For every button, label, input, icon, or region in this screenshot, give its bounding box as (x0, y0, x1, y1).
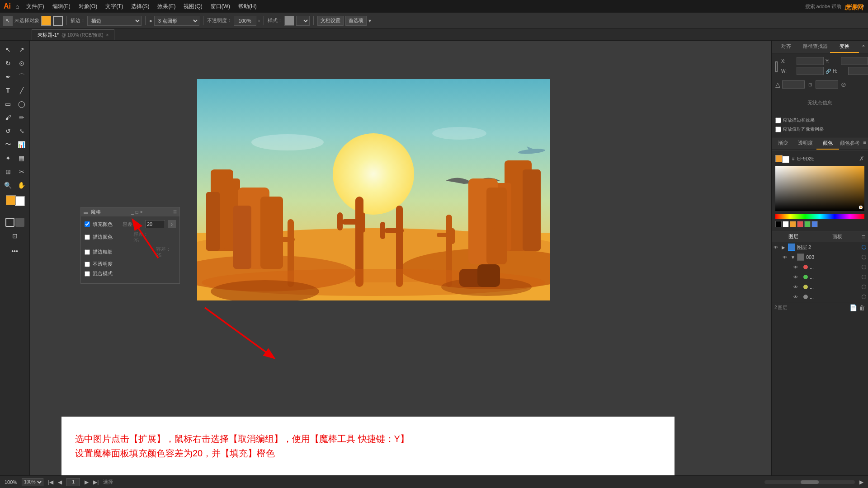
prev-frame[interactable]: ◀ (58, 479, 62, 485)
zoom-select[interactable]: 100% (22, 478, 43, 486)
layer2-name[interactable]: 图层 2 (797, 244, 859, 251)
more-tools[interactable]: ••• (9, 245, 21, 258)
gray-circle[interactable] (862, 295, 866, 299)
menu-effect[interactable]: 效果(E) (154, 2, 179, 11)
eye-icon-layer2[interactable]: 👁 (774, 245, 780, 250)
color-picker-gradient[interactable] (775, 166, 864, 211)
lasso-tool[interactable]: ⊙ (15, 57, 28, 70)
page-input[interactable] (66, 478, 80, 486)
menu-edit[interactable]: 编辑(E) (49, 2, 74, 11)
swatch-orange[interactable] (790, 221, 796, 227)
eye-icon-green[interactable]: 👁 (793, 275, 800, 280)
panel-header[interactable]: ▬ 魔棒 _ □ × ≡ (81, 207, 179, 216)
eye-icon-yellow[interactable]: 👁 (793, 285, 800, 290)
zoom-tool[interactable]: 🔍 (2, 179, 14, 192)
transform-tool[interactable]: ↻ (2, 57, 14, 70)
tab-color-guide[interactable]: 颜色参考 (839, 137, 862, 150)
panel-close-btn[interactable]: × (140, 210, 143, 215)
panel-menu-btn[interactable]: ≡ (173, 208, 177, 216)
type-tool[interactable]: T (2, 84, 14, 97)
panel-min-btn[interactable]: _ (131, 210, 134, 215)
graph-tool[interactable]: 📊 (15, 138, 28, 151)
screen-mode[interactable]: ⊡ (9, 230, 21, 242)
tab-align[interactable]: 对齐 (772, 41, 801, 53)
menu-select[interactable]: 选择(S) (127, 2, 153, 11)
eye-icon-003[interactable]: 👁 (783, 255, 789, 260)
scale-tool[interactable]: ⤡ (15, 125, 28, 137)
fill-tolerance-up[interactable]: › (168, 220, 176, 228)
new-layer-icon[interactable]: 📄 (849, 304, 857, 311)
layer-green-name[interactable]: ... (810, 274, 859, 280)
menu-help[interactable]: 帮助(H) (235, 2, 260, 11)
opacity-arrow[interactable]: › (258, 18, 260, 24)
eye-icon-gray[interactable]: 👁 (793, 295, 800, 300)
pencil-tool[interactable]: ✏ (15, 111, 28, 124)
tab-layers[interactable]: 图层 (772, 231, 815, 242)
rotate-tool[interactable]: ↺ (2, 125, 14, 137)
hand-tool[interactable]: ✋ (15, 179, 28, 192)
003-circle[interactable] (862, 255, 866, 259)
menu-text[interactable]: 文字(T) (102, 2, 127, 11)
layers-menu-btn[interactable]: ≡ (859, 231, 868, 242)
tab-color[interactable]: 颜色 (816, 137, 839, 150)
fill-tolerance-input[interactable] (145, 220, 165, 228)
tab-close-btn[interactable]: × (106, 33, 108, 38)
next-frame[interactable]: ▶ (85, 479, 89, 485)
eye-icon-red[interactable]: 👁 (793, 265, 800, 270)
stroke-width-checkbox[interactable] (85, 249, 90, 255)
yellow-circle[interactable] (862, 285, 866, 289)
layer-003-name[interactable]: 003 (806, 254, 859, 260)
canvas-area[interactable]: ▬ 魔棒 _ □ × ≡ 填充颜色 容差： › (30, 41, 771, 475)
pen-tool[interactable]: ✒ (2, 70, 14, 83)
x-input[interactable] (797, 57, 824, 65)
bg-swatch-small[interactable] (782, 156, 789, 163)
tab-gradient[interactable]: 渐变 (772, 137, 794, 150)
layer-row-yellow[interactable]: 👁 ... (772, 282, 868, 292)
tab-artboards[interactable]: 画板 (815, 231, 859, 242)
layer-gray-name[interactable]: ... (810, 294, 859, 300)
swatch-green[interactable] (804, 221, 811, 227)
mask-mode[interactable] (15, 218, 24, 227)
slice-tool[interactable]: ✂ (15, 165, 28, 178)
swatch-red[interactable] (797, 221, 803, 227)
layer-row-003[interactable]: 👁 ▼ 003 (772, 252, 868, 262)
arrow-003[interactable]: ▼ (791, 255, 795, 260)
tab-transform[interactable]: 变换 (830, 41, 859, 53)
menu-view[interactable]: 视图(Q) (180, 2, 206, 11)
prefs-arrow[interactable]: ▾ (368, 18, 371, 24)
foreground-color[interactable] (6, 195, 16, 205)
layer-red-name[interactable]: ... (810, 264, 859, 270)
layer-row-gray[interactable]: 👁 ... (772, 292, 868, 302)
column-graph-tool[interactable]: ▦ (15, 152, 28, 164)
layer-row-layer2[interactable]: 👁 ▶ 图层 2 (772, 242, 868, 252)
style-swatch[interactable] (284, 16, 294, 26)
panel-more-btn[interactable]: □ (136, 210, 138, 215)
prev-page[interactable]: |◀ (48, 479, 53, 485)
next-page[interactable]: ▶| (93, 479, 99, 485)
artboard-tool[interactable]: ⊞ (2, 165, 14, 178)
y-input[interactable] (841, 57, 868, 65)
fg-swatch-small[interactable] (775, 155, 783, 162)
home-icon[interactable]: ⌂ (15, 3, 19, 10)
swatch-black[interactable] (775, 221, 782, 227)
direct-select-tool[interactable]: ↗ (15, 43, 28, 56)
arrow-layer2[interactable]: ▶ (782, 245, 786, 250)
hue-strip[interactable] (775, 214, 864, 219)
color-panel-menu[interactable]: ≡ (861, 137, 868, 150)
scale-strokes-check[interactable] (775, 117, 781, 123)
menu-window[interactable]: 窗口(W) (207, 2, 234, 11)
symbol-tool[interactable]: ✦ (2, 152, 14, 164)
align-pixel-check[interactable] (775, 127, 781, 132)
blend-select[interactable]: 插边 (87, 16, 142, 26)
line-tool[interactable]: ╱ (15, 84, 28, 97)
opacity-checkbox[interactable] (85, 262, 90, 267)
tab-transparency[interactable]: 透明度 (794, 137, 817, 150)
warp-tool[interactable]: 〜 (2, 138, 14, 151)
brush-tool[interactable]: 🖌 (2, 111, 14, 124)
zoom-level[interactable]: 100% (5, 479, 17, 485)
opacity-input[interactable] (234, 16, 256, 26)
rect-tool[interactable]: ▭ (2, 98, 14, 110)
fill-color-swatch[interactable] (41, 16, 51, 26)
blend-mode-checkbox[interactable] (85, 271, 90, 277)
shear-input[interactable] (816, 80, 838, 89)
